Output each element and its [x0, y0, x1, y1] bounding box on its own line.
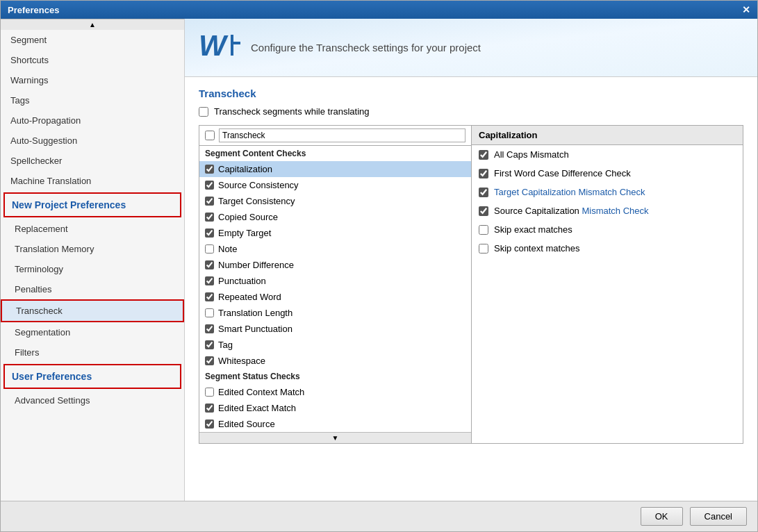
sidebar-item-replacement[interactable]: Replacement [1, 219, 184, 239]
title-bar: Preferences ✕ [1, 1, 757, 19]
check-item-label: Source Consistency [218, 180, 299, 190]
check-item-label: Translation Length [218, 308, 293, 318]
preferences-dialog: Preferences ✕ ▲ SegmentShortcutsWarnings… [0, 0, 758, 532]
sidebar-item-penalties[interactable]: Penalties [1, 279, 184, 299]
check-item[interactable]: Tag [199, 337, 471, 353]
check-item[interactable]: Copied Source [199, 209, 471, 225]
check-item-label: Smart Punctuation [218, 324, 293, 334]
check-item-checkbox[interactable] [205, 244, 214, 253]
right-check-item[interactable]: Target Capitalization Mismatch Check [472, 183, 743, 201]
check-item[interactable]: Whitespace [199, 353, 471, 369]
checks-filter-row [199, 126, 471, 146]
check-item-label: Note [218, 244, 237, 254]
check-item-label: Empty Target [218, 228, 271, 238]
right-check-checkbox[interactable] [479, 206, 488, 216]
sidebar-item-shortcuts[interactable]: Shortcuts [1, 50, 184, 70]
transcheck-segments-label: Transcheck segments while translating [214, 106, 370, 117]
check-item[interactable]: Target Consistency [199, 193, 471, 209]
check-item-checkbox[interactable] [205, 197, 214, 206]
check-item-checkbox[interactable] [205, 213, 214, 222]
check-item[interactable]: Source Consistency [199, 177, 471, 193]
check-item-checkbox[interactable] [205, 276, 214, 285]
close-button[interactable]: ✕ [742, 4, 750, 15]
header-description: Configure the Transcheck settings for yo… [251, 42, 481, 53]
right-check-checkbox[interactable] [479, 169, 488, 178]
check-item-checkbox[interactable] [205, 356, 214, 365]
checks-right-panel: Capitalization All Caps MismatchFirst Wo… [472, 126, 743, 443]
check-item[interactable]: Translation Length [199, 305, 471, 321]
section-title: Transcheck [199, 88, 743, 99]
right-check-item[interactable]: First Word Case Difference Check [472, 164, 743, 183]
sidebar-item-warnings[interactable]: Warnings [1, 70, 184, 90]
scroll-up-button[interactable]: ▲ [1, 19, 184, 30]
svg-text:W: W [199, 29, 229, 60]
transcheck-segments-checkbox[interactable] [199, 107, 208, 117]
sidebar-item-filters[interactable]: Filters [1, 342, 184, 363]
right-check-item[interactable]: Skip context matches [472, 239, 743, 258]
dialog-footer: OK Cancel [1, 501, 757, 531]
sidebar-item-user-preferences: User Preferences [3, 364, 181, 389]
check-item[interactable]: Repeated Word [199, 289, 471, 305]
status-checks-list: Edited Context MatchEdited Exact MatchEd… [199, 384, 471, 432]
sidebar-item-segmentation[interactable]: Segmentation [1, 322, 184, 342]
sidebar-item-spellchecker[interactable]: Spellchecker [1, 151, 184, 171]
checks-container: Segment Content Checks CapitalizationSou… [199, 125, 743, 444]
right-check-checkbox[interactable] [479, 188, 488, 197]
sidebar-item-machine-translation[interactable]: Machine Translation [1, 171, 184, 191]
right-check-item[interactable]: Skip exact matches [472, 220, 743, 239]
right-panel-header: Capitalization [472, 126, 743, 145]
main-header: W Configure the Transcheck settings for … [185, 19, 757, 77]
transcheck-option: Transcheck segments while translating [199, 106, 743, 117]
status-check-label: Edited Context Match [218, 387, 304, 397]
checks-scroll-down-button[interactable]: ▼ [199, 432, 471, 443]
check-item-label: Tag [218, 340, 233, 350]
sidebar-item-translation-memory[interactable]: Translation Memory [1, 239, 184, 259]
ok-button[interactable]: OK [641, 507, 683, 526]
check-item-checkbox[interactable] [205, 260, 214, 269]
check-item[interactable]: Note [199, 241, 471, 257]
right-check-item[interactable]: Source Capitalization Mismatch Check [472, 201, 743, 220]
status-check-checkbox[interactable] [205, 404, 214, 413]
check-item-checkbox[interactable] [205, 308, 214, 317]
logo: W [199, 29, 240, 66]
status-check-item[interactable]: Edited Exact Match [199, 400, 471, 416]
check-item-checkbox[interactable] [205, 228, 214, 238]
checks-scroll-area[interactable]: Segment Content Checks CapitalizationSou… [199, 146, 471, 432]
check-item[interactable]: Smart Punctuation [199, 321, 471, 337]
status-check-item[interactable]: Edited Context Match [199, 384, 471, 400]
status-check-checkbox[interactable] [205, 419, 214, 429]
right-check-label: Skip exact matches [494, 224, 572, 235]
check-item[interactable]: Punctuation [199, 273, 471, 289]
check-item[interactable]: Empty Target [199, 225, 471, 241]
sidebar-item-terminology[interactable]: Terminology [1, 259, 184, 279]
check-item-checkbox[interactable] [205, 324, 214, 333]
right-check-checkbox[interactable] [479, 225, 488, 235]
check-item[interactable]: Capitalization [199, 161, 471, 177]
check-item-label: Capitalization [218, 164, 272, 174]
sidebar-item-auto-propagation[interactable]: Auto-Propagation [1, 110, 184, 131]
right-items-list: All Caps MismatchFirst Word Case Differe… [472, 145, 743, 258]
right-check-checkbox[interactable] [479, 244, 488, 253]
checks-filter-input[interactable] [219, 128, 465, 142]
sidebar-item-auto-suggestion[interactable]: Auto-Suggestion [1, 131, 184, 151]
dialog-body: ▲ SegmentShortcutsWarningsTagsAuto-Propa… [1, 19, 757, 501]
cancel-button[interactable]: Cancel [690, 507, 747, 526]
check-item[interactable]: Number Difference [199, 257, 471, 273]
sidebar-item-segment[interactable]: Segment [1, 30, 184, 50]
checks-list: CapitalizationSource ConsistencyTarget C… [199, 161, 471, 369]
check-item-checkbox[interactable] [205, 165, 214, 174]
right-check-item[interactable]: All Caps Mismatch [472, 145, 743, 164]
status-check-label: Edited Source [218, 419, 275, 429]
right-check-label: Skip context matches [494, 243, 580, 253]
check-item-checkbox[interactable] [205, 340, 214, 349]
checks-select-all-checkbox[interactable] [205, 131, 215, 140]
sidebar-item-tags[interactable]: Tags [1, 90, 184, 110]
check-item-label: Copied Source [218, 212, 278, 222]
check-item-checkbox[interactable] [205, 181, 214, 190]
status-check-checkbox[interactable] [205, 388, 214, 397]
check-item-checkbox[interactable] [205, 292, 214, 301]
right-check-checkbox[interactable] [479, 150, 488, 160]
sidebar-item-advanced-settings[interactable]: Advanced Settings [1, 390, 184, 410]
status-check-item[interactable]: Edited Source [199, 416, 471, 432]
sidebar-item-transcheck[interactable]: Transcheck [1, 299, 184, 322]
